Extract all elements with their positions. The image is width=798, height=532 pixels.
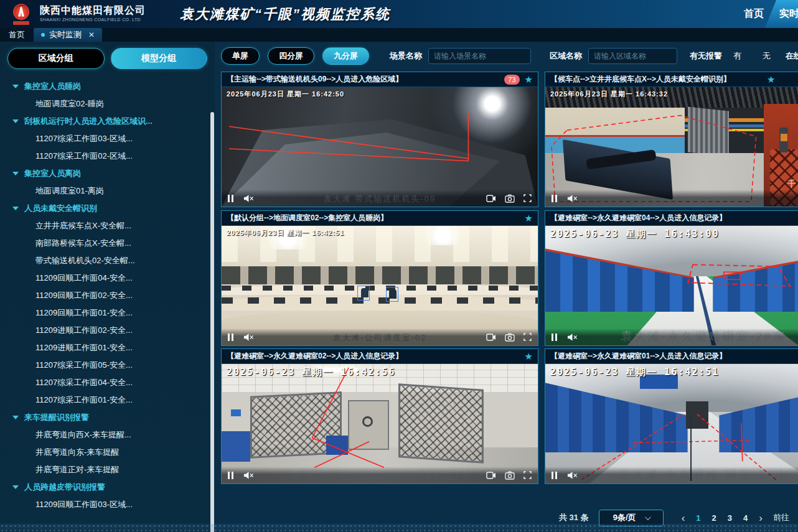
snapshot-camera-icon[interactable] (505, 333, 515, 342)
tree-group-vehicle[interactable]: 来车提醒识别报警 (0, 409, 215, 426)
scene-name-input[interactable] (428, 48, 531, 64)
video-timestamp: 2025年06月23日 星期一 16:42:50 (227, 90, 344, 99)
tab-area-group[interactable]: 区域分组 (7, 48, 105, 69)
pause-icon[interactable] (228, 334, 233, 341)
tree-item[interactable]: 井底弯道向西X-来车提醒... (0, 426, 215, 444)
detection-lines (222, 364, 538, 483)
sidebar-scrollbar[interactable] (210, 112, 214, 532)
tree-item[interactable]: 11209回顺工作面04-安全... (0, 269, 215, 287)
tab-model-group[interactable]: 模型分组 (111, 48, 208, 69)
mute-icon[interactable] (567, 471, 578, 480)
snapshot-camera-icon[interactable] (505, 194, 515, 203)
tab-home[interactable]: 首页 (0, 28, 34, 42)
tree-group-leave[interactable]: 集控室人员离岗 (0, 165, 215, 182)
page-2-button[interactable]: 2 (712, 513, 716, 523)
tree-group-crossbelt[interactable]: 人员跨越皮带识别报警 (0, 478, 215, 496)
area-name-input[interactable] (588, 48, 677, 64)
page-4-button[interactable]: 4 (743, 513, 748, 523)
mute-icon[interactable] (567, 333, 578, 342)
online-status-label: 在线状态 (786, 50, 798, 62)
tree-item[interactable]: 11209进顺工作面01-安全... (0, 339, 215, 357)
video-title-bar: 【候车点-->立井井底候车点X-->人员未戴安全帽识别】 ★ (545, 72, 798, 87)
favorite-star-icon[interactable]: ★ (525, 75, 533, 84)
alarm-no-label[interactable]: 无 (763, 50, 771, 62)
page-1-button[interactable]: 1 (696, 513, 700, 523)
favorite-star-icon[interactable]: ★ (525, 352, 533, 361)
total-count: 共 31 条 (559, 512, 589, 523)
tree-item[interactable]: 立井井底候车点X-安全帽... (0, 217, 215, 235)
tree-item[interactable]: 11207综采工作面01-安全... (0, 391, 215, 409)
mute-icon[interactable] (243, 194, 254, 203)
favorite-star-icon[interactable]: ★ (525, 213, 533, 223)
record-icon[interactable] (486, 333, 496, 342)
page-3-button[interactable]: 3 (728, 513, 732, 523)
pause-icon[interactable] (552, 334, 557, 341)
single-screen-button[interactable]: 单屏 (221, 47, 260, 65)
video-cell-refuge-04[interactable]: 【避难硐室-->永久避难硐室04-->人员进入信息记录】 ★ 2025-06-2… (545, 210, 798, 346)
video-timestamp: 2025年06月23日 星期一 16:43:32 (550, 90, 668, 99)
nine-screen-button[interactable]: 九分屏 (322, 47, 369, 65)
area-name-label: 区域名称 (550, 50, 582, 62)
video-timestamp: 2025-06-23 星期一 16:42:56 (227, 366, 396, 378)
tree-item[interactable]: 带式输送机机头02-安全帽... (0, 252, 215, 269)
page-title: 袁大滩煤矿“千眼”视频监控系统 (180, 5, 390, 24)
quad-screen-button[interactable]: 四分屏 (268, 47, 314, 65)
video-cell-waiting-point[interactable]: 【候车点-->立井井底候车点X-->人员未戴安全帽识别】 ★ 候 车 20 (545, 72, 798, 207)
tree-item[interactable]: 11207综采工作面04-安全... (0, 374, 215, 391)
snapshot-camera-icon[interactable] (505, 471, 515, 480)
video-frame[interactable]: 2025年06月23日 星期一 16:42:51 袁大滩-公司调度室-02 (222, 226, 538, 345)
pause-icon[interactable] (552, 195, 557, 202)
video-frame[interactable]: 2025年06月23日 星期一 16:42:50 袁大滩 带式输送机机头-09 (222, 87, 538, 207)
close-icon[interactable]: ✕ (88, 30, 95, 39)
alarm-yes-label[interactable]: 有 (733, 50, 741, 62)
tree-item[interactable]: 11207综采工作面05-安全... (0, 357, 215, 374)
next-page-button[interactable]: › (759, 513, 763, 523)
tree-item[interactable]: 地面调度室01-离岗 (0, 182, 215, 200)
video-cell-dispatch-room[interactable]: 【默认分组-->地面调度室02-->集控室人员睡岗】 ★ 2025年06月23日… (221, 210, 538, 346)
mute-icon[interactable] (243, 333, 254, 342)
nav-active-label: 实时监测 (771, 7, 798, 21)
nav-active-tab[interactable]: 实时监测 (765, 0, 798, 28)
pause-icon[interactable] (228, 472, 233, 479)
fullscreen-icon[interactable] (523, 471, 532, 479)
alarm-count-badge[interactable]: 73 (504, 75, 519, 85)
video-frame[interactable]: 2025-06-23 星期一 16:42:51 袁大滩-永久避难 硐室-1#小 (545, 364, 798, 483)
company-name-en: SHAANXI ZHONGNENG COALFIELD CO. LTD (40, 17, 146, 22)
video-cell-refuge-01[interactable]: 【避难硐室-->永久避难硐室01-->人员进入信息记录】 ★ 2025-06-2… (545, 348, 798, 484)
tab-bar: 首页 实时监测 ✕ (0, 28, 798, 42)
tree-group-scraper[interactable]: 刮板机运行时人员进入危险区域识... (0, 113, 215, 130)
fullscreen-icon[interactable] (523, 194, 532, 202)
favorite-star-icon[interactable]: ★ (767, 75, 775, 84)
mute-icon[interactable] (567, 194, 578, 203)
tree-item[interactable]: 井底弯道向东-来车提醒 (0, 444, 215, 461)
pause-icon[interactable] (552, 472, 557, 479)
video-cell-conveyor[interactable]: 【主运输-->带式输送机机头09-->人员进入危险区域】 73 ★ 2025年0… (221, 72, 538, 207)
tree-group-sleep[interactable]: 集控室人员睡岗 (0, 78, 215, 95)
tab-realtime-monitor[interactable]: 实时监测 ✕ (34, 28, 102, 42)
nav-home[interactable]: 首页 (744, 7, 764, 21)
tree-item[interactable]: 11209回顺工作面01-安全... (0, 304, 215, 322)
record-icon[interactable] (486, 194, 496, 203)
fullscreen-icon[interactable] (523, 333, 532, 341)
pause-icon[interactable] (228, 195, 233, 202)
tree-item[interactable]: 11209进顺工作面02-安全... (0, 322, 215, 339)
video-frame[interactable]: 候 车 2025年06月23日 星期一 16:43:32 千眼立 (545, 87, 798, 207)
tree-item[interactable]: 南部路桥候车点X-安全帽... (0, 235, 215, 252)
tree-item[interactable]: 地面调度室02-睡岗 (0, 95, 215, 113)
video-frame[interactable]: 2025-06-23 星期一 16:42:56 袁大滩-永久避难硐室-1#北门 (222, 364, 538, 483)
video-cell-refuge-02[interactable]: 【避难硐室-->永久避难硐室02-->人员进入信息记录】 ★ 2025-06-2… (221, 348, 538, 484)
video-timestamp: 2025年06月23日 星期一 16:42:51 (227, 228, 344, 238)
tree-item[interactable]: 11209回顺工作面02-安全... (0, 287, 215, 304)
tree-group-helmet[interactable]: 人员未戴安全帽识别 (0, 200, 215, 217)
tree-item[interactable]: 11207综采工作面02-区域... (0, 147, 215, 165)
scene-screen-wall (222, 266, 538, 284)
model-group-tree: 集控室人员睡岗 地面调度室02-睡岗 刮板机运行时人员进入危险区域识... 11… (0, 78, 215, 513)
tree-item[interactable]: 井底弯道正对-来车提醒 (0, 461, 215, 478)
tree-item[interactable]: 11207综采工作面03-区域... (0, 130, 215, 147)
video-frame[interactable]: 2025-06-23 星期一 16:43:00 袁大滩-永久避难硐室-2#东 (545, 226, 798, 345)
tree-item[interactable]: 11209回顺工作面03-区域... (0, 496, 215, 513)
prev-page-button[interactable]: ‹ (682, 513, 685, 523)
mute-icon[interactable] (243, 471, 254, 480)
record-icon[interactable] (486, 471, 496, 480)
chevron-down-icon (12, 207, 19, 210)
